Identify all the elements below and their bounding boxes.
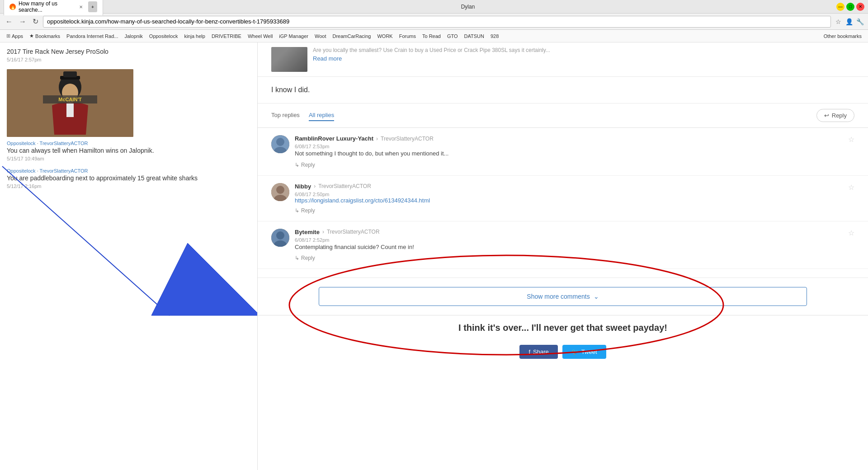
tab-close-button[interactable]: ✕ bbox=[79, 5, 83, 9]
bookmark-gto[interactable]: GTO bbox=[444, 33, 461, 40]
separator bbox=[258, 269, 868, 278]
bookmark-bookmarks[interactable]: ★ Bookmarks bbox=[27, 32, 63, 40]
bookmark-work[interactable]: WORK bbox=[374, 33, 395, 40]
comment-2-avatar bbox=[271, 183, 289, 201]
bookmark-jalopnik[interactable]: Jalopnik bbox=[122, 33, 145, 40]
refresh-button[interactable]: ↻ bbox=[31, 16, 40, 27]
article-3-title[interactable]: You are paddleboarding next to approxima… bbox=[7, 174, 250, 182]
article-2-title[interactable]: You can always tell when Hamilton wins o… bbox=[7, 147, 250, 154]
apps-grid-icon: ⊞ bbox=[6, 33, 10, 39]
tab-top-replies[interactable]: Top replies bbox=[271, 110, 300, 121]
bookmark-928[interactable]: 928 bbox=[488, 33, 501, 40]
sidebar-article-3: Oppositelock · TrevorSlatteryACTOR You a… bbox=[7, 168, 250, 189]
bookmark-pandora[interactable]: Pandora Internet Rad... bbox=[64, 33, 121, 40]
comment-1-reply-label: Reply bbox=[301, 162, 315, 168]
avatar-1-image bbox=[271, 135, 289, 153]
svg-point-15 bbox=[276, 186, 284, 194]
show-more-comments-button[interactable]: Show more comments ⌄ bbox=[319, 287, 807, 306]
reply-arrow-icon-3: ↳ bbox=[295, 255, 299, 261]
bookmark-woot[interactable]: Woot bbox=[312, 33, 329, 40]
comment-2-header: Nibby › TrevorSlatteryACTOR bbox=[295, 183, 843, 190]
close-button[interactable]: ✕ bbox=[856, 3, 864, 11]
bookmark-toread-label: To Read bbox=[422, 33, 441, 39]
comment-3-time: 6/08/17 2:52pm bbox=[295, 237, 843, 243]
reply-arrow-icon-1: ↳ bbox=[295, 162, 299, 168]
svg-point-18 bbox=[276, 231, 284, 240]
back-button[interactable]: ← bbox=[4, 17, 14, 27]
profile-icon[interactable]: 👤 bbox=[844, 17, 854, 26]
comment-3-avatar bbox=[271, 229, 289, 247]
svg-text:McCAIN'T: McCAIN'T bbox=[58, 97, 82, 102]
article-2-date: 5/15/17 10:49am bbox=[7, 156, 250, 161]
read-more-link[interactable]: Read more bbox=[313, 55, 342, 62]
main-reply-button-label: Reply bbox=[832, 112, 847, 119]
facebook-share-button[interactable]: f Share bbox=[519, 345, 557, 359]
bookmark-apps[interactable]: ⊞ Apps bbox=[4, 32, 26, 40]
bookmark-bookmarks-label: Bookmarks bbox=[35, 33, 60, 39]
reply-to-arrow-2: › bbox=[314, 183, 316, 189]
left-panel: 2017 Tire Rack New Jersey ProSolo 5/16/1… bbox=[0, 42, 258, 470]
bookmark-pandora-label: Pandora Internet Rad... bbox=[66, 33, 118, 39]
comment-3-reply-label: Reply bbox=[301, 255, 315, 261]
address-bar[interactable] bbox=[43, 16, 831, 28]
comment-2-star[interactable]: ☆ bbox=[848, 183, 854, 214]
bookmark-work-label: WORK bbox=[377, 33, 392, 39]
bookmark-gto-label: GTO bbox=[447, 33, 458, 39]
comment-1-username: RamblinRover Luxury-Yacht bbox=[295, 135, 373, 142]
extensions-icon[interactable]: 🔧 bbox=[855, 17, 864, 26]
bookmark-oppositelock[interactable]: Oppositelock bbox=[146, 33, 181, 40]
bookmark-kinja-help[interactable]: kinja help bbox=[181, 33, 208, 40]
main-reply-button[interactable]: ↩ Reply bbox=[816, 109, 854, 122]
browser-tab[interactable]: 🔥 How many of us searche... ✕ + bbox=[4, 0, 103, 15]
bookmark-other[interactable]: Other bookmarks bbox=[821, 33, 864, 40]
reply-arrow-icon-2: ↳ bbox=[295, 207, 299, 214]
top-article-preview: Are you locally the smallest? Use Crain … bbox=[258, 42, 868, 77]
bookmark-wheelwell[interactable]: Wheel Well bbox=[245, 33, 275, 40]
bookmark-datsun-label: DATSUN bbox=[464, 33, 484, 39]
bookmark-apps-label: Apps bbox=[12, 33, 23, 39]
svg-point-12 bbox=[276, 138, 284, 146]
comment-3-reply-button[interactable]: ↳ Reply bbox=[295, 255, 315, 261]
comment-3-text: Contemplating financial suicide? Count m… bbox=[295, 243, 843, 252]
share-buttons-area: f Share 🐦 Tweet bbox=[258, 340, 868, 363]
bookmark-star-icon[interactable]: ☆ bbox=[834, 17, 843, 26]
replies-header: Top replies All replies ↩ Reply bbox=[258, 103, 868, 128]
comment-1-reply-to: TrevorSlatteryACTOR bbox=[381, 136, 434, 142]
bookmark-wheelwell-label: Wheel Well bbox=[248, 33, 273, 39]
comment-1-star[interactable]: ☆ bbox=[848, 135, 854, 168]
browser-titlebar: 🔥 How many of us searche... ✕ + Dylan — … bbox=[0, 0, 868, 14]
comment-2-link[interactable]: https://longisland.craigslist.org/cto/61… bbox=[295, 197, 430, 204]
comment-1: RamblinRover Luxury-Yacht › TrevorSlatte… bbox=[258, 128, 868, 176]
twitter-share-button[interactable]: 🐦 Tweet bbox=[562, 345, 606, 359]
comment-1-time: 6/08/17 2:53pm bbox=[295, 144, 843, 149]
bookmark-igp[interactable]: iGP Manager bbox=[276, 33, 311, 40]
bookmark-drivetribe[interactable]: DRIVETRIBE bbox=[209, 33, 244, 40]
maximize-button[interactable]: □ bbox=[846, 3, 854, 11]
comment-2-reply-to: TrevorSlatteryACTOR bbox=[318, 183, 371, 189]
right-panel[interactable]: Are you locally the smallest? Use Crain … bbox=[258, 42, 868, 470]
tab-all-replies[interactable]: All replies bbox=[309, 110, 334, 121]
bookmark-forums[interactable]: Forums bbox=[396, 33, 419, 40]
show-more-section: Show more comments ⌄ bbox=[258, 269, 868, 306]
forward-button[interactable]: → bbox=[17, 17, 28, 27]
reply-to-arrow: › bbox=[376, 136, 378, 142]
bookmark-oppositelock-label: Oppositelock bbox=[149, 33, 178, 39]
comment-2-reply-button[interactable]: ↳ Reply bbox=[295, 207, 315, 214]
comment-3-username: Bytemite bbox=[295, 229, 320, 235]
svg-rect-5 bbox=[66, 103, 74, 117]
reply-icon: ↩ bbox=[824, 112, 829, 119]
bookmark-woot-label: Woot bbox=[315, 33, 326, 39]
minimize-button[interactable]: — bbox=[836, 3, 844, 11]
main-post-text: I know I did. bbox=[258, 77, 868, 103]
chevron-down-icon: ⌄ bbox=[594, 293, 599, 300]
article-1-title[interactable]: 2017 Tire Rack New Jersey ProSolo bbox=[7, 48, 250, 55]
bookmark-datsun[interactable]: DATSUN bbox=[462, 33, 487, 40]
bookmark-dreamcar[interactable]: DreamCarRacing bbox=[330, 33, 373, 40]
article-1-date: 5/16/17 2:57pm bbox=[7, 57, 250, 62]
comment-1-avatar bbox=[271, 135, 289, 153]
facebook-share-label: Share bbox=[533, 348, 549, 355]
comment-1-reply-button[interactable]: ↳ Reply bbox=[295, 162, 315, 168]
bookmark-toread[interactable]: To Read bbox=[420, 33, 443, 40]
tab-title: How many of us searche... bbox=[19, 0, 73, 13]
comment-3-star[interactable]: ☆ bbox=[848, 229, 854, 262]
